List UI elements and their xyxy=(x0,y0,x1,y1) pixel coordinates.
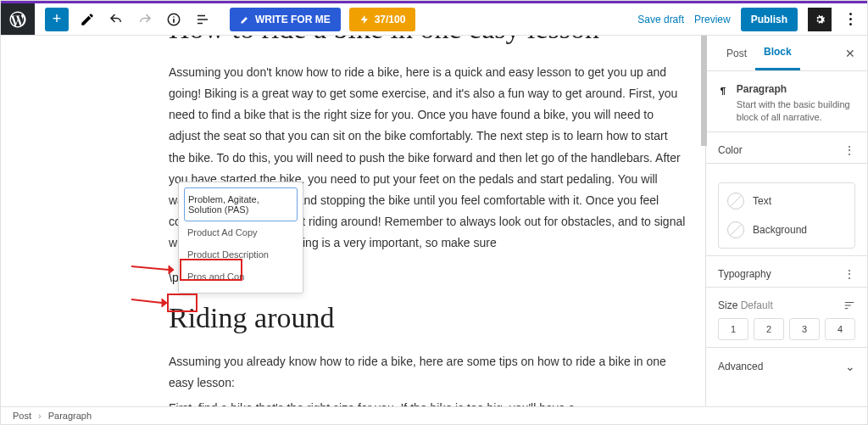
size-default: Default xyxy=(741,299,773,311)
write-for-me-label: WRITE FOR ME xyxy=(255,14,331,25)
breadcrumb-root[interactable]: Post xyxy=(13,411,31,421)
advanced-section-label[interactable]: Advanced xyxy=(718,361,763,372)
publish-button[interactable]: Publish xyxy=(741,8,798,31)
wordpress-logo[interactable] xyxy=(1,3,35,35)
tab-post[interactable]: Post xyxy=(718,37,755,70)
annotation-arrow-2 xyxy=(131,294,167,314)
tab-block[interactable]: Block xyxy=(755,36,800,70)
dropdown-opt-ad-copy[interactable]: Product Ad Copy xyxy=(184,221,298,243)
chevron-down-icon[interactable]: ⌄ xyxy=(845,360,855,373)
size-option-2[interactable]: 2 xyxy=(754,318,784,340)
size-option-1[interactable]: 1 xyxy=(718,318,748,340)
edit-mode-icon[interactable] xyxy=(77,9,97,30)
background-color-row[interactable]: Background xyxy=(719,215,854,244)
dropdown-opt-pas[interactable]: Problem, Agitate, Solution (PAS) xyxy=(184,187,298,221)
block-type-title: Paragraph xyxy=(737,83,855,95)
svg-line-3 xyxy=(131,266,169,270)
dropdown-opt-description[interactable]: Product Description xyxy=(184,243,298,266)
slash-command-dropdown: Problem, Agitate, Solution (PAS) Product… xyxy=(178,182,303,294)
settings-gear-icon[interactable] xyxy=(808,8,832,31)
post-paragraph-2[interactable]: Assuming you already know how to ride a … xyxy=(169,351,686,394)
save-draft-link[interactable]: Save draft xyxy=(637,14,684,25)
svg-line-5 xyxy=(131,299,162,303)
annotation-arrow-1 xyxy=(131,261,174,281)
editor-canvas[interactable]: How to ride a bike in one easy lesson As… xyxy=(1,36,705,409)
size-option-3[interactable]: 3 xyxy=(789,318,820,340)
outline-icon[interactable] xyxy=(192,9,213,30)
add-block-button[interactable]: + xyxy=(45,8,69,31)
block-type-desc: Start with the basic building block of a… xyxy=(737,98,855,125)
write-for-me-button[interactable]: WRITE FOR ME xyxy=(230,8,341,31)
typography-section-label: Typography xyxy=(718,268,771,280)
pilcrow-icon xyxy=(718,83,728,100)
svg-point-1 xyxy=(173,16,175,18)
color-section-label: Color xyxy=(718,144,743,156)
size-label: Size xyxy=(718,299,737,311)
post-heading-1[interactable]: How to ride a bike in one easy lesson xyxy=(169,36,686,47)
color-options-icon[interactable]: ⋮ xyxy=(844,144,855,156)
size-slider-icon[interactable] xyxy=(843,299,855,311)
size-option-4[interactable]: 4 xyxy=(825,318,855,340)
svg-marker-4 xyxy=(169,266,174,274)
dropdown-opt-pros-cons[interactable]: Pros and Con xyxy=(184,266,298,288)
typography-options-icon[interactable]: ⋮ xyxy=(844,268,855,280)
undo-icon[interactable] xyxy=(106,9,126,30)
info-icon[interactable] xyxy=(164,9,184,30)
svg-marker-6 xyxy=(162,299,167,307)
breadcrumb-current[interactable]: Paragraph xyxy=(48,411,92,421)
close-sidebar-icon[interactable]: ✕ xyxy=(845,47,855,60)
svg-rect-2 xyxy=(173,19,175,23)
top-toolbar: + WRITE FOR ME 37/100 Save draft Preview… xyxy=(1,3,867,36)
breadcrumb: Post › Paragraph xyxy=(1,406,867,424)
settings-sidebar: Post Block ✕ Paragraph Start with the ba… xyxy=(705,36,867,409)
more-options-icon[interactable] xyxy=(842,13,859,25)
text-color-row[interactable]: Text xyxy=(719,187,854,215)
redo-icon[interactable] xyxy=(135,9,155,30)
post-heading-2[interactable]: Riding around xyxy=(169,301,686,336)
preview-link[interactable]: Preview xyxy=(694,14,731,25)
scrollbar-thumb[interactable] xyxy=(701,36,707,146)
credits-button[interactable]: 37/100 xyxy=(349,8,416,31)
credits-label: 37/100 xyxy=(375,14,406,25)
